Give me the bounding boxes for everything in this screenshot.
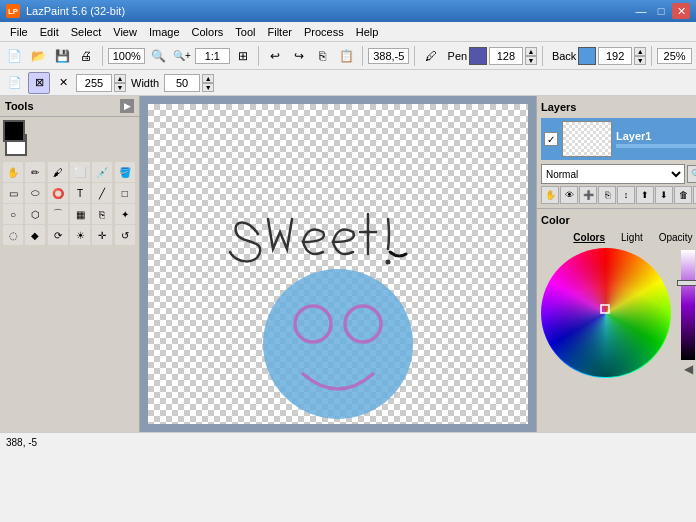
menu-tool[interactable]: Tool bbox=[229, 24, 261, 40]
pen-tool-btn[interactable]: 🖊 bbox=[420, 45, 442, 67]
tool-smudge[interactable]: ⟳ bbox=[48, 225, 68, 245]
pen-spin-down[interactable]: ▼ bbox=[525, 56, 537, 65]
layer-tool-move[interactable]: ✋ bbox=[541, 186, 559, 204]
icon-x[interactable]: ✕ bbox=[52, 72, 74, 94]
color-wheel-svg[interactable] bbox=[541, 248, 671, 378]
tool-clone[interactable]: ⎘ bbox=[92, 204, 112, 224]
paste-button[interactable]: 📋 bbox=[336, 45, 358, 67]
fg-color-swatch[interactable] bbox=[3, 120, 25, 142]
pen-value-input[interactable] bbox=[489, 47, 523, 65]
back-spinner[interactable]: ▲ ▼ bbox=[634, 47, 646, 65]
tool-pencil[interactable]: ✏ bbox=[25, 162, 45, 182]
menu-select[interactable]: Select bbox=[65, 24, 108, 40]
num-spin-up[interactable]: ▲ bbox=[114, 74, 126, 83]
new-button[interactable]: 📄 bbox=[4, 45, 26, 67]
canvas-content[interactable] bbox=[148, 104, 528, 424]
tool-eyedropper[interactable]: 💉 bbox=[92, 162, 112, 182]
separator6 bbox=[651, 46, 652, 66]
zoom-in-button[interactable]: 🔍+ bbox=[171, 45, 193, 67]
numeric-input[interactable] bbox=[76, 74, 112, 92]
icon-sel[interactable]: ⊠ bbox=[28, 72, 50, 94]
right-panel: Layers ▶ ✓ Layer1 Normal 🔍 ⊞ bbox=[536, 96, 696, 432]
light-slider-track[interactable] bbox=[681, 250, 695, 360]
layer-tool-eye[interactable]: 👁 bbox=[560, 186, 578, 204]
icon-new2[interactable]: 📄 bbox=[4, 72, 26, 94]
minimize-button[interactable]: — bbox=[632, 3, 650, 19]
layer-tool-del[interactable]: 🗑 bbox=[674, 186, 692, 204]
layer-tool-dup[interactable]: ⎘ bbox=[598, 186, 616, 204]
layer-item[interactable]: ✓ Layer1 bbox=[541, 118, 696, 160]
print-button[interactable]: 🖨 bbox=[75, 45, 97, 67]
save-button[interactable]: 💾 bbox=[51, 45, 73, 67]
tool-gradient[interactable]: ▦ bbox=[70, 204, 90, 224]
close-button[interactable]: ✕ bbox=[672, 3, 690, 19]
tool-blur[interactable]: ◌ bbox=[3, 225, 23, 245]
tool-polygon[interactable]: ⬡ bbox=[25, 204, 45, 224]
back-spin-down[interactable]: ▼ bbox=[634, 56, 646, 65]
menu-file[interactable]: File bbox=[4, 24, 34, 40]
copy-button[interactable]: ⎘ bbox=[312, 45, 334, 67]
layers-title: Layers bbox=[541, 101, 576, 113]
menu-process[interactable]: Process bbox=[298, 24, 350, 40]
tool-dodge[interactable]: ☀ bbox=[70, 225, 90, 245]
layer-tool-up[interactable]: ⬆ bbox=[636, 186, 654, 204]
pen-color-box[interactable] bbox=[469, 47, 487, 65]
tool-move[interactable]: ✛ bbox=[92, 225, 112, 245]
width-input[interactable] bbox=[164, 74, 200, 92]
zoom-out-button[interactable]: 🔍 bbox=[147, 45, 169, 67]
tool-eraser[interactable]: ⬜ bbox=[70, 162, 90, 182]
tab-opacity[interactable]: Opacity bbox=[655, 231, 696, 244]
back-color-box[interactable] bbox=[578, 47, 596, 65]
back-value-input[interactable] bbox=[598, 47, 632, 65]
pen-spin-up[interactable]: ▲ bbox=[525, 47, 537, 56]
light-slider-arrow[interactable]: ◀ bbox=[684, 362, 693, 376]
tab-colors[interactable]: Colors bbox=[569, 231, 609, 244]
tool-rect[interactable]: □ bbox=[115, 183, 135, 203]
layer-zoom-in-btn[interactable]: 🔍 bbox=[687, 165, 696, 183]
light-slider-thumb[interactable] bbox=[677, 280, 696, 286]
canvas-viewport[interactable] bbox=[140, 96, 536, 432]
width-spin-up[interactable]: ▲ bbox=[202, 74, 214, 83]
layer-tool-merge[interactable]: ↕ bbox=[617, 186, 635, 204]
tool-ellipse-select[interactable]: ⬭ bbox=[25, 183, 45, 203]
maximize-button[interactable]: □ bbox=[652, 3, 670, 19]
tool-fill[interactable]: 🪣 bbox=[115, 162, 135, 182]
tool-hand[interactable]: ✋ bbox=[3, 162, 23, 182]
back-label: Back bbox=[552, 50, 576, 62]
tool-magic-wand[interactable]: ✦ bbox=[115, 204, 135, 224]
tool-lasso[interactable]: ⭕ bbox=[48, 183, 68, 203]
tool-text[interactable]: T bbox=[70, 183, 90, 203]
open-button[interactable]: 📂 bbox=[28, 45, 50, 67]
canvas-checkerboard[interactable] bbox=[148, 104, 528, 424]
menu-help[interactable]: Help bbox=[350, 24, 385, 40]
tool-bezier[interactable]: ⌒ bbox=[48, 204, 68, 224]
tool-rotate[interactable]: ↺ bbox=[115, 225, 135, 245]
tool-sharpen[interactable]: ◆ bbox=[25, 225, 45, 245]
tools-collapse-btn[interactable]: ▶ bbox=[120, 99, 134, 113]
pen-spinner[interactable]: ▲ ▼ bbox=[525, 47, 537, 65]
width-spinner[interactable]: ▲ ▼ bbox=[202, 74, 214, 92]
tool-brush[interactable]: 🖌 bbox=[48, 162, 68, 182]
back-spin-up[interactable]: ▲ bbox=[634, 47, 646, 56]
color-wheel-container[interactable] bbox=[541, 248, 671, 378]
redo-button[interactable]: ↪ bbox=[288, 45, 310, 67]
num-spin-down[interactable]: ▼ bbox=[114, 83, 126, 92]
layer-visibility-check[interactable]: ✓ bbox=[544, 132, 558, 146]
layer-tool-add[interactable]: ➕ bbox=[579, 186, 597, 204]
menu-image[interactable]: Image bbox=[143, 24, 186, 40]
tool-rect-select[interactable]: ▭ bbox=[3, 183, 23, 203]
color-swatches bbox=[0, 117, 139, 159]
blend-mode-select[interactable]: Normal bbox=[541, 164, 685, 184]
fit-button[interactable]: ⊞ bbox=[232, 45, 254, 67]
menu-view[interactable]: View bbox=[107, 24, 143, 40]
menu-edit[interactable]: Edit bbox=[34, 24, 65, 40]
menu-colors[interactable]: Colors bbox=[186, 24, 230, 40]
num-spinner[interactable]: ▲ ▼ bbox=[114, 74, 126, 92]
tool-line[interactable]: ╱ bbox=[92, 183, 112, 203]
tool-ellipse[interactable]: ○ bbox=[3, 204, 23, 224]
undo-button[interactable]: ↩ bbox=[264, 45, 286, 67]
width-spin-down[interactable]: ▼ bbox=[202, 83, 214, 92]
menu-filter[interactable]: Filter bbox=[262, 24, 298, 40]
tab-light[interactable]: Light bbox=[617, 231, 647, 244]
layer-tool-down[interactable]: ⬇ bbox=[655, 186, 673, 204]
